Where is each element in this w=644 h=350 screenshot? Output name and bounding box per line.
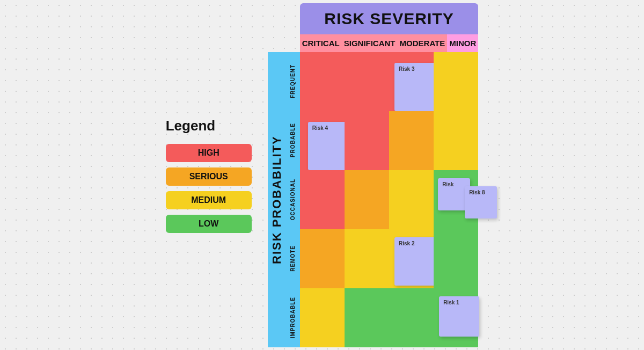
cell-remote-minor [434,229,478,288]
legend: Legend HIGH SERIOUS MEDIUM LOW [166,118,252,233]
grid-row-improbable: Risk 1 [300,288,479,347]
cell-occasional-critical [300,170,345,229]
row-label-remote: REMOTE [286,229,300,288]
cell-probable-minor [434,111,478,170]
matrix-body: RISK PROBABILITY FREQUENT PROBABLE OCCAS… [268,52,479,347]
row-label-frequent: FREQUENT [286,52,300,111]
row-label-improbable: IMPROBABLE [286,288,300,347]
cell-improbable-critical [300,288,345,347]
cell-frequent-moderate: Risk 3 [389,52,434,111]
cell-remote-significant [345,229,389,288]
col-header-critical: CRITICAL [300,34,342,52]
cell-improbable-minor: Risk 1 [434,288,478,347]
sticky-risk1[interactable]: Risk 1 [439,296,479,337]
cell-frequent-critical [300,52,345,111]
legend-high: HIGH [166,144,252,162]
row-label-occasional: OCCASIONAL [286,170,300,229]
cell-occasional-moderate [389,170,434,229]
cell-remote-moderate: Risk 2 [389,229,434,288]
cell-probable-critical: Risk 4 [300,111,345,170]
legend-medium: MEDIUM [166,191,252,209]
cell-improbable-significant [345,288,389,347]
cell-probable-significant [345,111,389,170]
grid-row-frequent: Risk 3 [300,52,479,111]
legend-low: LOW [166,215,252,233]
risk-matrix: RISK SEVERITY CRITICAL SIGNIFICANT MODER… [268,3,479,347]
chart-title: RISK SEVERITY [324,10,453,27]
legend-serious: SERIOUS [166,167,252,186]
row-label-probable: PROBABLE [286,111,300,170]
risk-grid: Risk 3 Risk 4 [300,52,479,347]
legend-title: Legend [166,118,252,134]
y-axis-label: RISK PROBABILITY [268,52,286,347]
cell-frequent-significant [345,52,389,111]
col-header-minor: MINOR [447,34,478,52]
grid-row-remote: Risk 2 [300,229,479,288]
col-headers: CRITICAL SIGNIFICANT MODERATE MINOR [300,34,479,52]
cell-frequent-minor [434,52,478,111]
chart-title-bar: RISK SEVERITY [300,3,479,34]
y-axis-outer: RISK PROBABILITY FREQUENT PROBABLE OCCAS… [268,52,300,347]
grid-row-probable: Risk 4 [300,111,479,170]
row-labels: FREQUENT PROBABLE OCCASIONAL REMOTE IMPR… [286,52,300,347]
col-header-moderate: MODERATE [398,34,448,52]
cell-improbable-moderate [389,288,434,347]
grid-row-occasional: Risk Risk 8 [300,170,479,229]
sticky-riskB[interactable]: Risk 8 [465,186,497,218]
col-header-significant: SIGNIFICANT [342,34,398,52]
cell-probable-moderate [389,111,434,170]
cell-occasional-minor: Risk Risk 8 [434,170,478,229]
cell-occasional-significant [345,170,389,229]
cell-remote-critical [300,229,345,288]
main-container: Legend HIGH SERIOUS MEDIUM LOW RISK SEVE… [155,0,489,350]
